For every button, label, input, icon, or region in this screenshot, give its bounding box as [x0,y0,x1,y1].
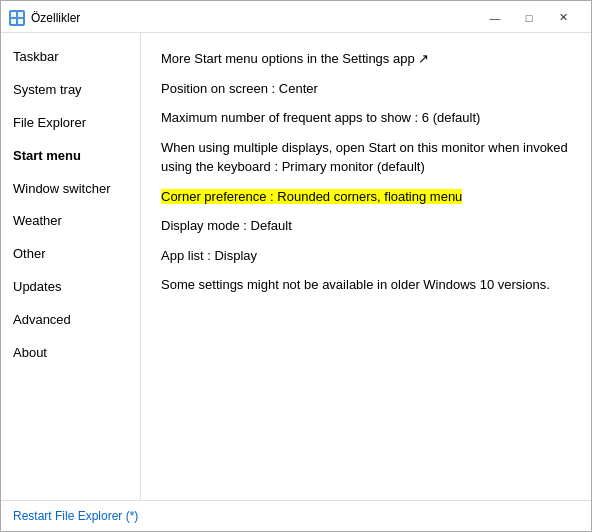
content-line-line2: Position on screen : Center [161,79,571,99]
sidebar-item-taskbar[interactable]: Taskbar [1,41,140,74]
main-content: More Start menu options in the Settings … [141,33,591,500]
main-window: Özellikler — □ ✕ TaskbarSystem trayFile … [0,0,592,532]
content-line-line6: Display mode : Default [161,216,571,236]
close-button[interactable]: ✕ [547,8,579,28]
window-controls: — □ ✕ [479,8,579,28]
svg-rect-2 [11,19,16,24]
svg-rect-3 [18,19,23,24]
app-icon [9,10,25,26]
sidebar-item-window-switcher[interactable]: Window switcher [1,173,140,206]
maximize-button[interactable]: □ [513,8,545,28]
sidebar-item-file-explorer[interactable]: File Explorer [1,107,140,140]
svg-rect-1 [18,12,23,17]
sidebar: TaskbarSystem trayFile ExplorerStart men… [1,33,141,500]
content-line-line7: App list : Display [161,246,571,266]
content-line-line5: Corner preference : Rounded corners, flo… [161,187,571,207]
content-line-line3: Maximum number of frequent apps to show … [161,108,571,128]
highlighted-text: Corner preference : Rounded corners, flo… [161,189,462,204]
restart-explorer-link[interactable]: Restart File Explorer (*) [13,509,138,523]
sidebar-item-about[interactable]: About [1,337,140,370]
sidebar-item-start-menu[interactable]: Start menu [1,140,140,173]
window-title: Özellikler [31,11,479,25]
sidebar-item-system-tray[interactable]: System tray [1,74,140,107]
sidebar-item-advanced[interactable]: Advanced [1,304,140,337]
sidebar-item-updates[interactable]: Updates [1,271,140,304]
minimize-button[interactable]: — [479,8,511,28]
sidebar-item-other[interactable]: Other [1,238,140,271]
title-bar: Özellikler — □ ✕ [1,1,591,33]
content-line-line8: Some settings might not be available in … [161,275,571,295]
content-area: TaskbarSystem trayFile ExplorerStart men… [1,33,591,500]
sidebar-item-weather[interactable]: Weather [1,205,140,238]
content-line-line4: When using multiple displays, open Start… [161,138,571,177]
content-line-line1: More Start menu options in the Settings … [161,49,571,69]
svg-rect-0 [11,12,16,17]
footer: Restart File Explorer (*) [1,500,591,531]
